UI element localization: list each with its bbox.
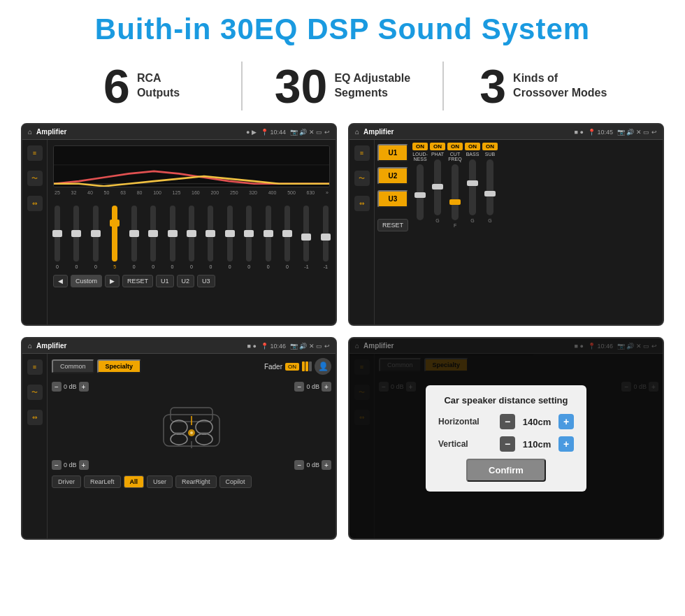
- eq-topbar: ⌂ Amplifier ● ▶ 📍 10:44 📷 🔊 ✕ ▭ ↩: [22, 124, 336, 140]
- ch-rb-plus[interactable]: +: [322, 460, 331, 470]
- ch-rb-minus[interactable]: −: [294, 460, 304, 470]
- fader-label: Fader: [264, 363, 282, 371]
- u2-btn[interactable]: U2: [377, 167, 408, 185]
- slider-11[interactable]: 0: [246, 206, 252, 269]
- fader-icon-2[interactable]: 〜: [27, 385, 43, 400]
- loudness-on: ON: [412, 143, 428, 150]
- fader-on: ON: [285, 363, 299, 371]
- slider-12[interactable]: 0: [266, 206, 271, 269]
- slider-15[interactable]: -1: [323, 206, 329, 269]
- slider-5[interactable]: 0: [131, 206, 137, 269]
- horizontal-minus[interactable]: −: [500, 414, 515, 429]
- confirm-button[interactable]: Confirm: [466, 459, 546, 482]
- fader-status: ■ ●: [247, 343, 257, 350]
- ch-lb-minus[interactable]: −: [52, 460, 62, 470]
- eq-time: 📍 10:44: [261, 129, 286, 136]
- eq-prev-btn[interactable]: ◀: [53, 275, 68, 287]
- u1-btn[interactable]: U1: [377, 144, 408, 162]
- sub-slider[interactable]: [486, 159, 493, 215]
- phat-slider[interactable]: [434, 159, 441, 215]
- home-icon-2: ⌂: [355, 128, 359, 136]
- slider-7[interactable]: 0: [170, 206, 175, 269]
- crossover-controls-area: ON LOUD-NESS ON PHAT G: [411, 140, 663, 324]
- ch-rt-plus[interactable]: +: [322, 382, 331, 392]
- user-btn[interactable]: User: [147, 475, 173, 488]
- specialty-tab[interactable]: Specialty: [97, 359, 142, 373]
- slider-14[interactable]: -1: [303, 206, 309, 269]
- fader-main-area: Common Specialty Fader ON 👤: [48, 354, 336, 538]
- all-btn[interactable]: All: [124, 475, 145, 488]
- fader-bottom-btns: Driver RearLeft All User RearRight Copil…: [52, 475, 331, 488]
- slider-10[interactable]: 0: [227, 206, 233, 269]
- home-icon: ⌂: [28, 128, 32, 136]
- fader-icon-3[interactable]: ⇔: [27, 410, 43, 425]
- ch-lb-plus[interactable]: +: [79, 460, 89, 470]
- fader-title: Amplifier: [36, 342, 243, 350]
- ch-rt-minus[interactable]: −: [294, 382, 304, 392]
- ch-lt-plus[interactable]: +: [79, 382, 89, 392]
- eq-dot: ● ▶: [246, 129, 257, 136]
- vertical-minus[interactable]: −: [500, 436, 515, 452]
- slider-2[interactable]: 0: [73, 206, 79, 269]
- cutfreq-on: ON: [447, 143, 463, 150]
- bass-slider[interactable]: [469, 159, 476, 215]
- cutfreq-ctrl: ON CUTFREQ F: [447, 143, 463, 322]
- loudness-ctrl: ON LOUD-NESS: [412, 143, 428, 322]
- vertical-plus[interactable]: +: [558, 436, 574, 452]
- slider-1[interactable]: 0: [55, 206, 60, 269]
- copilot-btn[interactable]: Copilot: [219, 475, 252, 488]
- page-wrapper: Buith-in 30EQ DSP Sound System 6 RCAOutp…: [0, 0, 685, 547]
- eq-icon-3[interactable]: ⇔: [27, 196, 43, 211]
- slider-6[interactable]: 0: [150, 206, 156, 269]
- eq-reset-btn[interactable]: RESET: [122, 275, 153, 287]
- crossover-icon-3[interactable]: ⇔: [354, 196, 370, 211]
- cutfreq-label: CUTFREQ: [448, 152, 461, 162]
- bass-label: BASS: [466, 152, 480, 157]
- crossover-icon-2[interactable]: 〜: [354, 171, 370, 186]
- ch-lt-val: 0 dB: [64, 383, 77, 390]
- slider-9[interactable]: 0: [208, 206, 213, 269]
- loudness-slider[interactable]: [417, 164, 424, 220]
- slider-8[interactable]: 0: [189, 206, 194, 269]
- eq-custom-btn[interactable]: Custom: [71, 275, 102, 287]
- bass-on: ON: [465, 143, 480, 150]
- eq-play-btn[interactable]: ▶: [105, 275, 120, 287]
- svg-point-11: [190, 431, 193, 434]
- ch-lt-minus[interactable]: −: [52, 382, 62, 392]
- ch-right-top: − 0 dB +: [294, 382, 331, 392]
- crossover-status: ■ ●: [575, 129, 584, 136]
- eq-icon-1[interactable]: ≡: [27, 145, 43, 161]
- crossover-reset-btn[interactable]: RESET: [377, 219, 408, 231]
- vertical-value: 110cm: [519, 439, 554, 450]
- u3-btn[interactable]: U3: [377, 190, 408, 208]
- eq-side-icons: ≡ 〜 ⇔: [22, 140, 48, 324]
- rearleft-btn[interactable]: RearLeft: [84, 475, 121, 488]
- eq-u2-btn[interactable]: U2: [177, 275, 195, 287]
- freq-labels: 25 32 40 50 63 80 100 125 160 200 250 32…: [53, 190, 330, 195]
- crossover-icons: 📷 🔊 ✕ ▭ ↩: [617, 129, 657, 136]
- eq-u1-btn[interactable]: U1: [156, 275, 174, 287]
- car-diagram-area: [52, 399, 331, 454]
- eq-icon-2[interactable]: 〜: [27, 171, 43, 186]
- stats-row: 6 RCAOutputs 30 EQ AdjustableSegments 3 …: [0, 55, 685, 123]
- sub-ctrl: ON SUB G: [482, 143, 498, 322]
- slider-3[interactable]: 0: [93, 206, 99, 269]
- fader-icon-1[interactable]: ≡: [27, 359, 43, 375]
- stat-crossover-number: 3: [480, 62, 506, 110]
- common-tab[interactable]: Common: [52, 359, 94, 373]
- sub-label: SUB: [485, 152, 495, 157]
- driver-btn[interactable]: Driver: [52, 475, 81, 488]
- loudness-label: LOUD-NESS: [412, 152, 428, 162]
- slider-4[interactable]: 5: [112, 206, 117, 269]
- crossover-title: Amplifier: [363, 128, 570, 136]
- ch-rb-val: 0 dB: [306, 461, 319, 468]
- crossover-icon-1[interactable]: ≡: [354, 145, 370, 161]
- cutfreq-slider[interactable]: [452, 164, 459, 220]
- eq-screen: ⌂ Amplifier ● ▶ 📍 10:44 📷 🔊 ✕ ▭ ↩ ≡ 〜 ⇔: [21, 123, 337, 326]
- eq-u3-btn[interactable]: U3: [197, 275, 215, 287]
- bass-ctrl: ON BASS G: [465, 143, 480, 322]
- horizontal-plus[interactable]: +: [558, 414, 574, 429]
- rearright-btn[interactable]: RearRight: [175, 475, 217, 488]
- fader-screen: ⌂ Amplifier ■ ● 📍 10:46 📷 🔊 ✕ ▭ ↩ ≡ 〜 ⇔ …: [21, 337, 337, 540]
- slider-13[interactable]: 0: [284, 206, 290, 269]
